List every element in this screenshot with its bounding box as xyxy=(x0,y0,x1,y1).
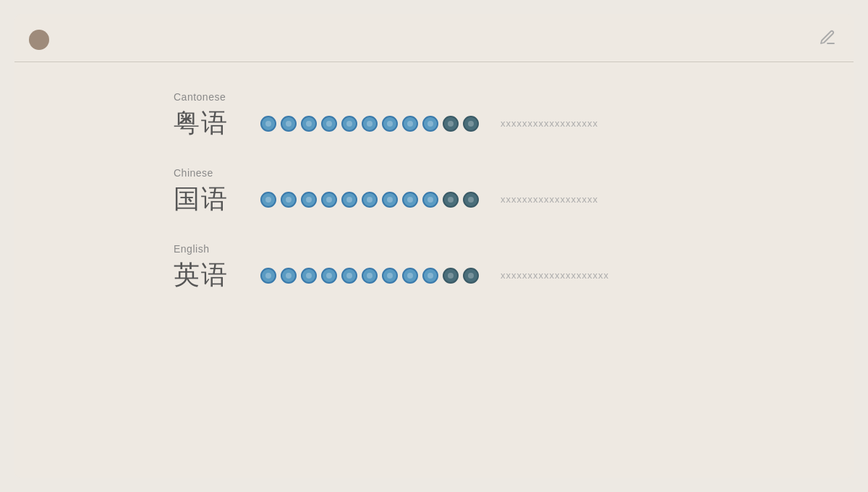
score-chinese: xxxxxxxxxxxxxxxxxx xyxy=(501,194,598,205)
header-left xyxy=(29,30,58,50)
language-row-cantonese: Cantonese粤语xxxxxxxxxxxxxxxxxx xyxy=(174,91,854,141)
dot-chinese-10 xyxy=(463,192,479,208)
dot-cantonese-2 xyxy=(301,116,317,132)
dot-chinese-1 xyxy=(281,192,297,208)
dots-container-cantonese xyxy=(260,116,479,132)
language-row-chinese: Chinese国语xxxxxxxxxxxxxxxxxx xyxy=(174,167,854,217)
lang-main-row-chinese: 国语xxxxxxxxxxxxxxxxxx xyxy=(174,182,854,217)
lang-name-chinese: 国语 xyxy=(174,182,246,217)
dot-english-9 xyxy=(443,268,459,284)
dot-english-2 xyxy=(301,268,317,284)
languages-content: Cantonese粤语xxxxxxxxxxxxxxxxxxChinese国语xx… xyxy=(14,62,854,322)
language-card: Cantonese粤语xxxxxxxxxxxxxxxxxxChinese国语xx… xyxy=(14,14,854,478)
dot-chinese-4 xyxy=(341,192,357,208)
dot-chinese-5 xyxy=(362,192,378,208)
lang-label-chinese: Chinese xyxy=(174,167,854,179)
dot-cantonese-9 xyxy=(443,116,459,132)
dot-english-10 xyxy=(463,268,479,284)
dot-chinese-6 xyxy=(382,192,398,208)
score-cantonese: xxxxxxxxxxxxxxxxxx xyxy=(501,118,598,129)
lang-label-english: English xyxy=(174,243,854,255)
dot-cantonese-7 xyxy=(402,116,418,132)
dot-chinese-9 xyxy=(443,192,459,208)
dot-cantonese-0 xyxy=(260,116,276,132)
lang-name-cantonese: 粤语 xyxy=(174,106,246,141)
dot-cantonese-4 xyxy=(341,116,357,132)
dot-english-0 xyxy=(260,268,276,284)
dot-english-8 xyxy=(422,268,438,284)
dot-cantonese-5 xyxy=(362,116,378,132)
dot-english-3 xyxy=(321,268,337,284)
dot-chinese-8 xyxy=(422,192,438,208)
score-english: xxxxxxxxxxxxxxxxxxxx xyxy=(501,270,609,281)
dot-cantonese-10 xyxy=(463,116,479,132)
dot-english-4 xyxy=(341,268,357,284)
dot-english-6 xyxy=(382,268,398,284)
lang-main-row-english: 英语xxxxxxxxxxxxxxxxxxxx xyxy=(174,258,854,293)
lang-main-row-cantonese: 粤语xxxxxxxxxxxxxxxxxx xyxy=(174,106,854,141)
edit-button[interactable] xyxy=(819,29,836,50)
section-icon xyxy=(29,30,49,50)
dot-cantonese-1 xyxy=(281,116,297,132)
dots-container-chinese xyxy=(260,192,479,208)
dot-cantonese-6 xyxy=(382,116,398,132)
dot-chinese-3 xyxy=(321,192,337,208)
section-header xyxy=(14,14,854,62)
dot-chinese-2 xyxy=(301,192,317,208)
dot-chinese-7 xyxy=(402,192,418,208)
dot-cantonese-3 xyxy=(321,116,337,132)
dot-chinese-0 xyxy=(260,192,276,208)
dots-container-english xyxy=(260,268,479,284)
lang-label-cantonese: Cantonese xyxy=(174,91,854,103)
dot-cantonese-8 xyxy=(422,116,438,132)
dot-english-5 xyxy=(362,268,378,284)
lang-name-english: 英语 xyxy=(174,258,246,293)
dot-english-1 xyxy=(281,268,297,284)
language-row-english: English英语xxxxxxxxxxxxxxxxxxxx xyxy=(174,243,854,293)
dot-english-7 xyxy=(402,268,418,284)
